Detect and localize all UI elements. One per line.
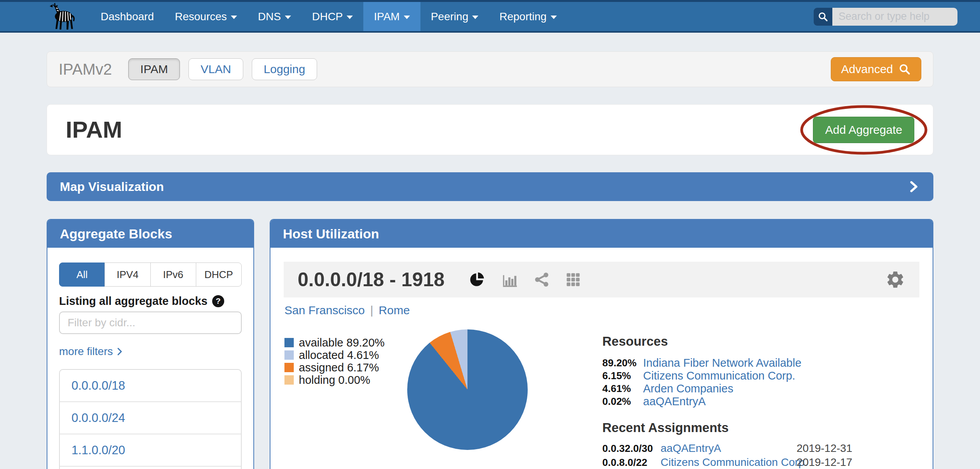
assignment-link[interactable]: Citizens Communication Corp. [661, 456, 797, 469]
nav-item-label: Dashboard [101, 10, 154, 23]
advanced-label: Advanced [841, 63, 893, 76]
nav-item-ipam[interactable]: IPAM [363, 2, 420, 31]
nav-item-label: Peering [431, 10, 469, 23]
toolbar-title: IPAMv2 [59, 61, 112, 78]
assignments-list: 0.0.32.0/30 aaQAEntryA 2019-12-31 0.0.8.… [602, 441, 919, 469]
resource-pct: 0.02% [602, 396, 643, 408]
assignment-cidr: 0.0.32.0/30 [602, 443, 661, 455]
tab-ipam[interactable]: IPAM [128, 58, 180, 80]
aggregate-list-item[interactable]: 0.0.0.0/18 [60, 370, 241, 402]
assignment-row: 0.0.8.0/22 Citizens Communication Corp. … [602, 455, 919, 469]
legend-label: holding 0.00% [299, 374, 370, 387]
nav-item-dhcp[interactable]: DHCP [302, 2, 363, 31]
nav-item-reporting[interactable]: Reporting [489, 2, 567, 31]
zebra-logo-icon[interactable] [45, 3, 79, 31]
type-filter-group: All IPV4 IPv6 DHCP [59, 262, 242, 287]
map-visualization-bar[interactable]: Map Visualization [47, 172, 933, 201]
recent-assignments-title: Recent Assignments [602, 420, 919, 435]
pie-chart-icon[interactable] [468, 271, 486, 289]
tab-vlan[interactable]: VLAN [188, 58, 243, 80]
more-filters-label: more filters [59, 345, 113, 358]
legend-label: available 89.20% [299, 336, 385, 349]
tab-logging[interactable]: Logging [252, 58, 317, 80]
add-aggregate-wrap: Add Aggregate [813, 117, 914, 143]
pie-legend: available 89.20% allocated 4.61% assigne… [284, 334, 401, 386]
legend-swatch [284, 375, 294, 385]
aggregate-list-item[interactable]: 1.1.0.0/20 [60, 434, 241, 467]
aggregate-blocks-header: Aggregate Blocks [47, 220, 253, 248]
assignment-row: 0.0.32.0/30 aaQAEntryA 2019-12-31 [602, 441, 919, 455]
advanced-search-button[interactable]: Advanced [831, 57, 921, 81]
search-input[interactable] [832, 8, 957, 26]
resource-link[interactable]: Indiana Fiber Network Available [643, 357, 919, 369]
location-links: San Franscisco | Rome [284, 304, 919, 317]
legend-swatch [284, 338, 294, 347]
legend-item: available 89.20% [284, 336, 401, 349]
utilization-chart-row: available 89.20% allocated 4.61% assigne… [270, 334, 933, 469]
search-icon[interactable] [814, 8, 832, 26]
resource-link[interactable]: Citizens Communication Corp. [643, 369, 919, 382]
chevron-right-icon[interactable] [907, 179, 920, 194]
aggregate-blocks-panel: Aggregate Blocks All IPV4 IPv6 DHCP List… [47, 219, 254, 469]
search-icon [898, 63, 911, 75]
share-icon[interactable] [533, 271, 550, 288]
location-link-sanfranscisco[interactable]: San Franscisco [284, 304, 365, 317]
utilization-details: Resources 89.20% Indiana Fiber Network A… [602, 334, 919, 469]
nav-item-dashboard[interactable]: Dashboard [90, 2, 164, 31]
filter-ipv6-button[interactable]: IPv6 [150, 262, 196, 287]
chevron-down-icon [347, 16, 353, 19]
legend-item: assigned 6.17% [284, 361, 401, 374]
aggregate-list-item-partial[interactable] [60, 467, 241, 469]
chevron-down-icon [472, 16, 478, 19]
cidr-filter-input[interactable] [59, 312, 242, 334]
help-icon[interactable]: ? [212, 295, 224, 307]
assignment-date: 2019-12-17 [797, 456, 919, 469]
navbar-inner: Dashboard Resources DNS DHCP IPAM Peerin… [0, 2, 980, 31]
chevron-down-icon [404, 16, 410, 19]
legend-label: allocated 4.61% [299, 349, 379, 362]
nav-item-label: Resources [175, 10, 227, 23]
nav-item-label: IPAM [374, 10, 399, 23]
resources-list: 89.20% Indiana Fiber Network Available 6… [602, 357, 919, 408]
legend-item: holding 0.00% [284, 374, 401, 386]
main-container: IPAMv2 IPAM VLAN Logging Advanced IPAM A… [47, 51, 933, 469]
chevron-right-icon [117, 347, 123, 356]
filter-dhcp-button[interactable]: DHCP [196, 262, 242, 287]
bar-chart-icon[interactable] [500, 271, 518, 289]
more-filters-link[interactable]: more filters [59, 345, 242, 358]
aggregate-blocks-body: All IPV4 IPv6 DHCP Listing all aggregate… [47, 248, 253, 469]
nav-item-label: Reporting [499, 10, 546, 23]
resource-link[interactable]: Arden Companies [643, 382, 919, 395]
nav-item-dns[interactable]: DNS [248, 2, 302, 31]
legend-swatch [284, 363, 294, 372]
assignment-link[interactable]: aaQAEntryA [661, 442, 797, 455]
gear-icon[interactable] [885, 270, 905, 290]
resource-row: 0.02% aaQAEntryA [602, 395, 919, 408]
chevron-down-icon [231, 16, 237, 19]
assignment-date: 2019-12-31 [797, 442, 919, 455]
aggregate-list-item[interactable]: 0.0.0.0/24 [60, 402, 241, 434]
resource-pct: 6.15% [602, 370, 643, 382]
page-title: IPAM [66, 116, 122, 143]
host-utilization-header: Host Utilization [270, 220, 933, 248]
view-toggle-icons [468, 271, 581, 289]
filter-all-button[interactable]: All [59, 262, 105, 287]
listing-label: Listing all aggregate blocks [59, 294, 208, 308]
resource-row: 4.61% Arden Companies [602, 382, 919, 395]
block-sub-header: 0.0.0.0/18 - 1918 [284, 262, 919, 298]
grid-icon[interactable] [565, 271, 581, 288]
global-search [814, 8, 957, 26]
nav-menu: Dashboard Resources DNS DHCP IPAM Peerin… [90, 2, 567, 31]
nav-item-label: DNS [258, 10, 281, 23]
legend-item: allocated 4.61% [284, 349, 401, 361]
filter-ipv4-button[interactable]: IPV4 [105, 262, 150, 287]
listing-label-row: Listing all aggregate blocks ? [59, 294, 242, 308]
nav-item-resources[interactable]: Resources [164, 2, 248, 31]
top-navbar: Dashboard Resources DNS DHCP IPAM Peerin… [0, 0, 980, 33]
content-columns: Aggregate Blocks All IPV4 IPv6 DHCP List… [47, 219, 933, 469]
chevron-down-icon [551, 16, 557, 19]
add-aggregate-button[interactable]: Add Aggregate [813, 117, 914, 143]
resource-link[interactable]: aaQAEntryA [643, 395, 919, 408]
location-link-rome[interactable]: Rome [379, 304, 410, 317]
nav-item-peering[interactable]: Peering [420, 2, 489, 31]
